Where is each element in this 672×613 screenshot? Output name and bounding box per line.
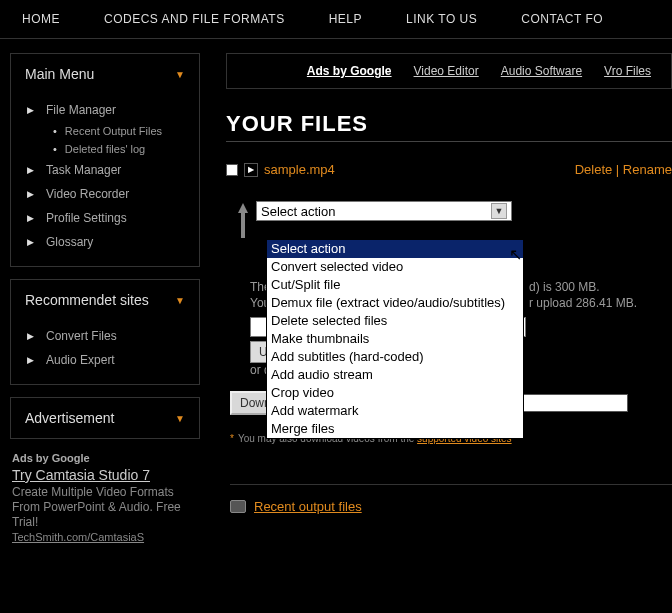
- folder-icon: [230, 500, 246, 513]
- vro-files-link[interactable]: Vro Files: [604, 64, 651, 78]
- nav-codecs[interactable]: CODECS AND FILE FORMATS: [82, 8, 307, 30]
- arrow-up-icon: [234, 203, 250, 237]
- ads-link-bar: Ads by Google Video Editor Audio Softwar…: [226, 53, 672, 89]
- google-ad-block: Ads by Google Try Camtasia Studio 7 Crea…: [10, 451, 200, 544]
- nav-home[interactable]: HOME: [0, 8, 82, 30]
- video-editor-link[interactable]: Video Editor: [414, 64, 479, 78]
- file-checkbox[interactable]: [226, 164, 238, 176]
- nav-link-us[interactable]: LINK TO US: [384, 8, 499, 30]
- menu-profile-settings[interactable]: ▶Profile Settings: [19, 206, 191, 230]
- limit-text-right: d) is 300 MB. r upload 286.41 MB.: [529, 279, 637, 311]
- main-menu-header[interactable]: Main Menu ▼: [11, 54, 199, 94]
- menu-convert-files[interactable]: ▶Convert Files: [19, 324, 191, 348]
- option-subtitles[interactable]: Add subtitles (hard-coded): [267, 348, 523, 366]
- option-crop[interactable]: Crop video: [267, 384, 523, 402]
- nav-contact[interactable]: CONTACT FO: [499, 8, 625, 30]
- submenu-recent-output[interactable]: Recent Output Files: [19, 122, 191, 140]
- option-watermark[interactable]: Add watermark: [267, 402, 523, 420]
- option-merge[interactable]: Merge files: [267, 420, 523, 438]
- ad-title-link[interactable]: Try Camtasia Studio 7: [12, 467, 198, 483]
- advert-header[interactable]: Advertisement ▼: [11, 398, 199, 438]
- arrow-icon: ▶: [27, 237, 34, 247]
- chevron-down-icon: ▼: [175, 295, 185, 306]
- menu-task-manager[interactable]: ▶Task Manager: [19, 158, 191, 182]
- delete-link[interactable]: Delete: [575, 162, 613, 177]
- ad-url[interactable]: TechSmith.com/CamtasiaS: [12, 531, 144, 543]
- option-delete[interactable]: Delete selected files: [267, 312, 523, 330]
- audio-software-link[interactable]: Audio Software: [501, 64, 582, 78]
- file-actions: Delete | Rename: [575, 162, 672, 177]
- menu-video-recorder[interactable]: ▶Video Recorder: [19, 182, 191, 206]
- recent-output-row: Recent output files: [230, 499, 672, 514]
- option-cut-split[interactable]: Cut/Split file: [267, 276, 523, 294]
- menu-file-manager[interactable]: ▶File Manager: [19, 98, 191, 122]
- nav-help[interactable]: HELP: [307, 8, 384, 30]
- option-thumbnails[interactable]: Make thumbnails: [267, 330, 523, 348]
- option-demux[interactable]: Demux file (extract video/audio/subtitle…: [267, 294, 523, 312]
- arrow-icon: ▶: [27, 355, 34, 365]
- page-title: YOUR FILES: [226, 111, 672, 137]
- divider: [230, 484, 672, 485]
- chevron-down-icon: ▼: [175, 69, 185, 80]
- action-dropdown: Select action Convert selected video Cut…: [266, 239, 524, 439]
- option-convert[interactable]: Convert selected video: [267, 258, 523, 276]
- arrow-icon: ▶: [27, 165, 34, 175]
- arrow-icon: ▶: [27, 213, 34, 223]
- ad-label: Ads by Google: [12, 452, 90, 464]
- ads-by-google-link[interactable]: Ads by Google: [307, 64, 392, 78]
- dropdown-arrow-icon[interactable]: ▼: [491, 203, 507, 219]
- menu-audio-expert[interactable]: ▶Audio Expert: [19, 348, 191, 372]
- recent-output-link[interactable]: Recent output files: [254, 499, 362, 514]
- main-content: Ads by Google Video Editor Audio Softwar…: [210, 39, 672, 554]
- advert-panel: Advertisement ▼: [10, 397, 200, 439]
- menu-glossary[interactable]: ▶Glossary: [19, 230, 191, 254]
- arrow-icon: ▶: [27, 331, 34, 341]
- play-icon[interactable]: ▶: [244, 163, 258, 177]
- select-value: Select action: [261, 204, 335, 219]
- ad-description: Create Multiple Video Formats From Power…: [12, 485, 198, 530]
- submenu-deleted-log[interactable]: Deleted files' log: [19, 140, 191, 158]
- file-name-link[interactable]: sample.mp4: [264, 162, 335, 177]
- option-audio-stream[interactable]: Add audio stream: [267, 366, 523, 384]
- sidebar: Main Menu ▼ ▶File Manager Recent Output …: [0, 39, 210, 554]
- action-select[interactable]: Select action ▼: [256, 201, 512, 221]
- divider: [226, 141, 672, 142]
- arrow-icon: ▶: [27, 105, 34, 115]
- chevron-down-icon: ▼: [175, 413, 185, 424]
- rec-sites-panel: Recommendet sites ▼ ▶Convert Files ▶Audi…: [10, 279, 200, 385]
- rec-sites-header[interactable]: Recommendet sites ▼: [11, 280, 199, 320]
- rename-input[interactable]: [518, 394, 628, 412]
- rename-link[interactable]: Rename: [623, 162, 672, 177]
- main-menu-panel: Main Menu ▼ ▶File Manager Recent Output …: [10, 53, 200, 267]
- option-select-action[interactable]: Select action: [267, 240, 523, 258]
- file-row: ▶ sample.mp4 Delete | Rename: [226, 162, 672, 177]
- arrow-icon: ▶: [27, 189, 34, 199]
- top-nav: HOME CODECS AND FILE FORMATS HELP LINK T…: [0, 0, 672, 39]
